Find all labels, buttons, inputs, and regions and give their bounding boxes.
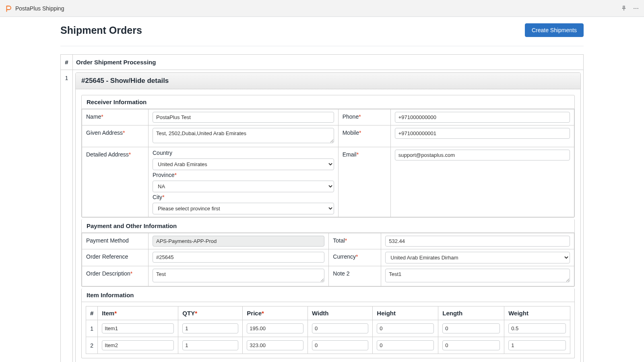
orders-table: # Order Shipment Processing 1 #25645 - S…	[60, 54, 584, 362]
item-qty-input[interactable]	[182, 340, 238, 350]
item-col-width: Width	[308, 306, 372, 320]
item-col-item: Item	[102, 310, 114, 317]
app-topbar: PostaPlus Shipping	[0, 0, 644, 17]
order-ref-input[interactable]	[153, 252, 324, 263]
label-email: Email	[343, 151, 357, 158]
item-price-input[interactable]	[247, 323, 303, 333]
label-given-address: Given Address	[86, 130, 123, 136]
province-select[interactable]: NA	[153, 181, 334, 192]
item-length-input[interactable]	[442, 340, 500, 350]
page-title: Shipment Orders	[60, 25, 142, 36]
item-weight-input[interactable]	[508, 340, 566, 350]
city-select[interactable]: Please select province first	[153, 203, 334, 214]
items-title: Item Information	[82, 288, 574, 302]
item-width-input[interactable]	[312, 340, 368, 350]
svg-point-0	[634, 8, 634, 8]
item-price-input[interactable]	[247, 340, 303, 350]
label-total: Total	[333, 237, 345, 244]
phone-input[interactable]	[395, 112, 570, 123]
receiver-title: Receiver Information	[82, 95, 574, 109]
item-name-input[interactable]	[102, 323, 174, 333]
mobile-input[interactable]	[395, 128, 570, 139]
item-height-input[interactable]	[377, 323, 434, 333]
item-name-input[interactable]	[102, 340, 174, 350]
item-width-input[interactable]	[312, 323, 368, 333]
label-city: City	[153, 194, 162, 200]
item-weight-input[interactable]	[508, 323, 566, 333]
item-col-idx: #	[86, 306, 98, 320]
label-country: Country	[153, 150, 334, 156]
order-desc-input[interactable]	[153, 269, 324, 282]
order-detail-panel: #25645 - Show/Hide details Receiver Info…	[75, 72, 581, 362]
item-row: 2	[86, 337, 570, 354]
payment-title: Payment and Other Information	[82, 219, 574, 233]
label-note2: Note 2	[333, 270, 349, 277]
currency-select[interactable]: United Arab Emirates Dirham	[385, 252, 570, 263]
item-height-input[interactable]	[377, 340, 434, 350]
label-order-ref: Order Reference	[86, 253, 128, 260]
label-payment-method: Payment Method	[86, 237, 129, 244]
label-detailed-address: Detailed Address	[86, 151, 129, 158]
name-input[interactable]	[153, 112, 334, 123]
item-col-qty: QTY	[182, 310, 195, 317]
email-input[interactable]	[395, 150, 570, 160]
items-table: # Item* QTY* Price* Width Height Length	[86, 306, 570, 354]
item-qty-input[interactable]	[182, 323, 238, 333]
item-length-input[interactable]	[442, 323, 500, 333]
more-icon[interactable]	[633, 5, 639, 12]
label-mobile: Mobile	[343, 130, 359, 136]
country-select[interactable]: United Arab Emirates	[153, 158, 334, 170]
item-col-length: Length	[438, 306, 504, 320]
total-input[interactable]	[385, 236, 570, 247]
label-name: Name	[86, 113, 101, 120]
svg-point-2	[638, 8, 638, 8]
postaplus-logo-icon	[5, 5, 12, 12]
col-index: #	[61, 55, 73, 70]
item-col-price: Price	[247, 310, 262, 317]
app-title: PostaPlus Shipping	[15, 5, 64, 12]
label-province: Province	[153, 172, 174, 178]
receiver-section: Receiver Information Name* Phone*	[81, 95, 575, 218]
item-col-height: Height	[373, 306, 438, 320]
note2-input[interactable]	[385, 269, 570, 282]
create-shipments-button[interactable]: Create Shipments	[525, 23, 584, 37]
order-toggle-header[interactable]: #25645 - Show/Hide details	[76, 73, 580, 89]
label-order-desc: Order Description	[86, 270, 130, 277]
label-phone: Phone	[343, 113, 359, 120]
col-body: Order Shipment Processing	[73, 55, 584, 70]
item-row: 1	[86, 320, 570, 337]
payment-section: Payment and Other Information Payment Me…	[81, 219, 575, 287]
pin-icon[interactable]	[621, 5, 627, 12]
row-index: 1	[61, 70, 73, 362]
payment-method-input	[153, 236, 324, 247]
given-address-input[interactable]	[153, 128, 334, 143]
label-currency: Currency	[333, 253, 356, 260]
svg-point-1	[636, 8, 636, 8]
items-section: Item Information # Item* QTY*	[81, 288, 575, 358]
item-col-weight: Weight	[504, 306, 570, 320]
